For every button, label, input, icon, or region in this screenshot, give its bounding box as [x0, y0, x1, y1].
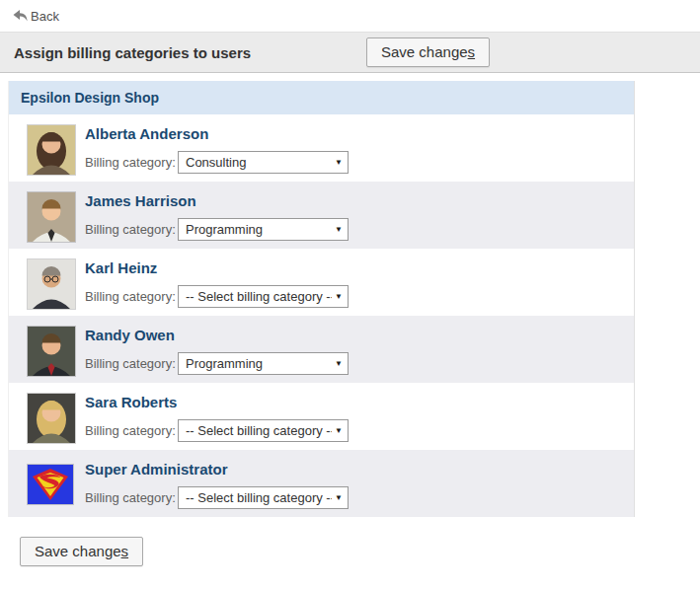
billing-category-value: -- Select billing category --: [186, 490, 332, 505]
chevron-down-icon: ▼: [335, 292, 343, 301]
billing-category-value: -- Select billing category --: [186, 423, 332, 438]
billing-category-select[interactable]: -- Select billing category -- ▼: [178, 486, 349, 509]
avatar: [28, 259, 75, 309]
back-label: Back: [31, 9, 59, 24]
billing-category-select[interactable]: Consulting ▼: [178, 151, 349, 174]
chevron-down-icon: ▼: [335, 359, 343, 368]
user-photo-icon: [28, 125, 75, 175]
footer-bar: Save changes: [20, 537, 700, 566]
chevron-down-icon: ▼: [335, 426, 343, 435]
billing-category-value: Programming: [186, 356, 332, 371]
save-changes-button-top[interactable]: Save changes: [366, 37, 490, 67]
billing-category-value: -- Select billing category --: [186, 289, 332, 304]
user-row: James Harrison Billing category: Program…: [9, 182, 634, 249]
page-title: Assign billing categories to users: [14, 44, 366, 61]
user-row: Super Administrator Billing category: --…: [9, 450, 634, 517]
avatar: [28, 461, 75, 510]
billing-category-label: Billing category:: [85, 490, 178, 505]
user-photo-icon: [28, 192, 75, 242]
chevron-down-icon: ▼: [335, 493, 343, 502]
user-name-link[interactable]: Super Administrator: [85, 462, 227, 478]
billing-category-select[interactable]: Programming ▼: [178, 352, 349, 375]
billing-category-label: Billing category:: [85, 356, 178, 371]
billing-category-select[interactable]: Programming ▼: [178, 218, 349, 241]
avatar: [28, 125, 75, 175]
billing-category-label: Billing category:: [85, 222, 178, 237]
user-name-link[interactable]: Alberta Anderson: [85, 126, 208, 142]
back-arrow-icon: [13, 10, 28, 23]
user-row: Sara Roberts Billing category: -- Select…: [9, 383, 634, 450]
company-group-header: Epsilon Design Shop: [9, 81, 634, 114]
user-photo-icon: [28, 259, 75, 309]
user-row: Alberta Anderson Billing category: Consu…: [9, 114, 634, 182]
avatar: [28, 394, 75, 443]
user-photo-icon: [28, 327, 75, 376]
user-name-link[interactable]: Sara Roberts: [85, 395, 177, 410]
user-name-link[interactable]: James Harrison: [85, 193, 196, 209]
chevron-down-icon: ▼: [335, 225, 343, 234]
billing-category-label: Billing category:: [85, 155, 178, 170]
user-name-link[interactable]: Karl Heinz: [85, 260, 157, 276]
user-row: Karl Heinz Billing category: -- Select b…: [9, 249, 634, 316]
billing-category-label: Billing category:: [85, 423, 178, 438]
back-bar: Back: [0, 0, 700, 32]
billing-category-select[interactable]: -- Select billing category -- ▼: [178, 419, 349, 442]
billing-panel: Epsilon Design Shop Alberta Anderson Bil…: [8, 81, 635, 517]
billing-category-select[interactable]: -- Select billing category -- ▼: [178, 285, 349, 308]
user-list: Alberta Anderson Billing category: Consu…: [9, 114, 634, 517]
chevron-down-icon: ▼: [335, 158, 343, 167]
billing-category-label: Billing category:: [85, 289, 178, 304]
user-name-link[interactable]: Randy Owen: [85, 328, 175, 343]
billing-category-value: Programming: [186, 222, 332, 237]
avatar: [28, 192, 75, 242]
save-changes-button-bottom[interactable]: Save changes: [20, 537, 143, 566]
back-link[interactable]: Back: [13, 9, 59, 24]
user-row: Randy Owen Billing category: Programming…: [9, 316, 634, 383]
user-photo-icon: [28, 394, 75, 443]
avatar: [28, 327, 75, 376]
billing-category-value: Consulting: [186, 155, 332, 170]
superman-shield-icon: [28, 465, 73, 504]
page-header: Assign billing categories to users Save …: [0, 32, 700, 73]
